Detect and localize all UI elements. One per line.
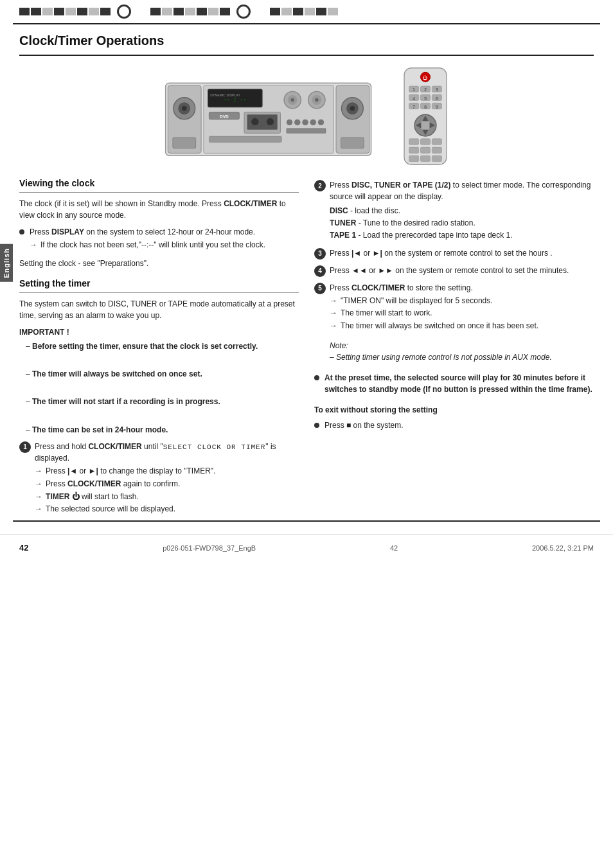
exit-heading: To exit without storing the setting	[314, 404, 594, 416]
step1-arrow-text-1: Press |◄ or ►| to change the display to …	[46, 466, 215, 477]
page-title: Clock/Timer Operations	[19, 33, 164, 48]
display-bullet-content: Press DISPLAY on the system to select 12…	[30, 226, 299, 252]
svg-text:9: 9	[436, 105, 438, 109]
step2-content: Press DISC, TUNER or TAPE (1/2) to selec…	[330, 179, 594, 242]
step5-arrow-sym-1: →	[330, 296, 337, 306]
source-labels: DISC - load the disc. TUNER - Tune to th…	[330, 205, 594, 242]
step4-item: 4 Press ◄◄ or ►► on the system or remote…	[314, 265, 594, 277]
step1-arrow-text-2: Press CLOCK/TIMER again to confirm.	[46, 479, 180, 490]
tuner-label: TUNER - Tune to the desired radio statio…	[330, 218, 475, 227]
important-line-3: – The timer will not start if a recordin…	[19, 396, 299, 407]
important-block: IMPORTANT ! – Before setting the timer, …	[19, 326, 299, 436]
svg-text:DVD: DVD	[220, 114, 229, 119]
svg-point-56	[420, 120, 431, 131]
right-column: 2 Press DISC, TUNER or TAPE (1/2) to sel…	[314, 178, 594, 520]
disc-label: DISC - load the disc.	[330, 206, 400, 215]
step5-arrow-1: → "TIMER ON" will be displayed for 5 sec…	[330, 296, 594, 306]
svg-rect-69	[432, 155, 441, 161]
checker-right	[150, 8, 230, 15]
step3-text: Press |◄ or ►| on the system or remote c…	[330, 249, 553, 258]
svg-rect-28	[287, 128, 326, 134]
step1-arrow-sym-4: →	[35, 504, 42, 515]
footer-page-center: 42	[390, 544, 398, 552]
step1-item: 1 Press and hold CLOCK/TIMER until "SELE…	[19, 441, 299, 517]
svg-point-25	[302, 120, 308, 125]
svg-text:8: 8	[424, 105, 427, 109]
svg-point-12	[290, 98, 294, 102]
viewing-clock-section: Viewing the clock The clock (if it is se…	[19, 178, 299, 269]
step5-number: 5	[314, 283, 326, 294]
setting-clock-ref: Setting the clock - see "Preparations".	[19, 258, 299, 269]
remote-control-image: ⏻ 1 2 3 4 5 6 7 8 9	[396, 65, 454, 168]
bullet-dot-exit	[314, 423, 319, 428]
step1-arrow-sym-2: →	[35, 479, 42, 490]
viewing-clock-intro: The clock (if it is set) will be shown i…	[19, 198, 299, 221]
preset-time-content: At the preset time, the selected source …	[324, 372, 594, 395]
footer-date: 2006.5.22, 3:21 PM	[532, 544, 594, 552]
svg-point-4	[182, 106, 187, 111]
note-block: Note: – Setting timer using remote contr…	[330, 340, 594, 363]
svg-rect-63	[432, 139, 441, 145]
step2-item: 2 Press DISC, TUNER or TAPE (1/2) to sel…	[314, 179, 594, 242]
exit-section: To exit without storing the setting Pres…	[314, 404, 594, 431]
checker-right-2	[270, 8, 338, 15]
preset-time-text: At the preset time, the selected source …	[324, 373, 592, 394]
viewing-clock-divider	[19, 192, 299, 193]
svg-point-27	[318, 120, 324, 125]
preset-time-item: At the preset time, the selected source …	[314, 372, 594, 395]
step5-content: Press CLOCK/TIMER to store the setting. …	[330, 282, 594, 333]
svg-text:DYNAMIC DISPLAY: DYNAMIC DISPLAY	[210, 93, 240, 97]
crosshair-circle-left	[117, 4, 131, 19]
setting-timer-intro: The system can switch to DISC, TUNER or …	[19, 298, 299, 321]
viewing-clock-bullets: Press DISPLAY on the system to select 12…	[19, 226, 299, 252]
checker-left	[19, 8, 111, 15]
svg-rect-66	[432, 147, 441, 153]
step4-number: 4	[314, 265, 326, 277]
page-footer: 42 p026-051-FWD798_37_EngB 42 2006.5.22,…	[0, 535, 613, 560]
step5-arrow-sym-2: →	[330, 308, 337, 319]
important-label: IMPORTANT !	[19, 326, 299, 339]
step1-arrow-sym-1: →	[35, 466, 42, 477]
svg-rect-68	[420, 155, 430, 161]
important-line-1: – Before setting the timer, ensure that …	[19, 341, 299, 352]
step1-arrow-4: → The selected source will be displayed.	[35, 504, 299, 515]
arrow-sym-1: →	[30, 240, 37, 251]
setting-timer-heading: Setting the timer	[19, 278, 299, 288]
svg-point-15	[315, 98, 319, 102]
svg-text:7: 7	[413, 105, 415, 109]
language-tab: English	[0, 244, 13, 282]
tape1-label: TAPE 1 - Load the prerecorded tape into …	[330, 231, 513, 240]
svg-rect-33	[341, 137, 364, 148]
content-columns: Viewing the clock The clock (if it is se…	[19, 178, 594, 520]
step1-arrow-2: → Press CLOCK/TIMER again to confirm.	[35, 479, 299, 490]
step1-text: Press and hold CLOCK/TIMER until "SELECT…	[35, 442, 276, 463]
svg-text:2: 2	[424, 87, 427, 92]
step1-arrow-1: → Press |◄ or ►| to change the display t…	[35, 466, 299, 477]
viewing-clock-heading: Viewing the clock	[19, 178, 299, 188]
important-line-4: – The time can be set in 24-hour mode.	[19, 424, 299, 436]
svg-rect-5	[173, 137, 196, 148]
step1-arrow-text-3: TIMER ⏻ will start to flash.	[46, 492, 139, 502]
setting-timer-section: Setting the timer The system can switch …	[19, 278, 299, 517]
bottom-border	[13, 520, 600, 522]
left-column: Viewing the clock The clock (if it is se…	[19, 178, 299, 520]
svg-text:5: 5	[424, 96, 427, 101]
svg-rect-61	[409, 139, 419, 145]
step1-arrow-sym-3: →	[35, 492, 42, 502]
step2-text: Press DISC, TUNER or TAPE (1/2) to selec…	[330, 181, 591, 201]
svg-text:3: 3	[436, 87, 438, 92]
svg-text:4: 4	[413, 96, 415, 101]
step2-number: 2	[314, 180, 326, 191]
step3-content: Press |◄ or ►| on the system or remote c…	[330, 247, 594, 259]
svg-rect-64	[409, 147, 419, 153]
step4-text: Press ◄◄ or ►► on the system or remote c…	[330, 266, 569, 275]
setting-timer-divider	[19, 292, 299, 293]
page-number: 42	[19, 543, 28, 553]
bullet-dot-1	[19, 229, 24, 235]
main-content: Clock/Timer Operations -- : -- DYNAMIC D…	[0, 24, 613, 520]
svg-rect-67	[409, 155, 419, 161]
step1-arrow-text-4: The selected source will be displayed.	[46, 504, 175, 515]
step5-arrow-text-2: The timer will start to work.	[341, 308, 432, 319]
display-bullet: Press DISPLAY on the system to select 12…	[19, 226, 299, 252]
svg-point-32	[350, 106, 355, 111]
